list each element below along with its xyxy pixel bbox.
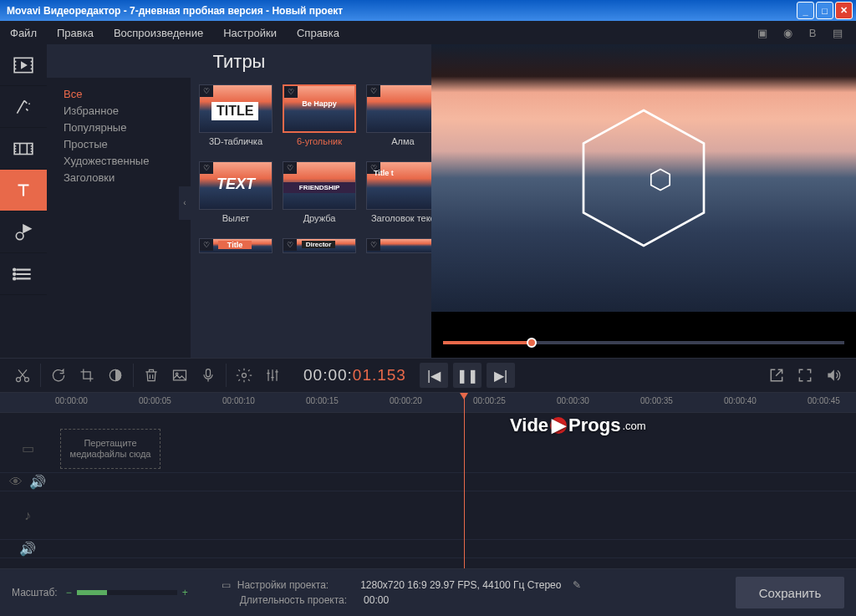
seekbar-knob[interactable] bbox=[527, 338, 537, 348]
zoom-out-icon[interactable]: − bbox=[66, 587, 72, 598]
titles-grid: ♡TITLE 3D-табличка ♡Be Happy 6-угольник … bbox=[191, 78, 431, 358]
timeline: 00:00:00 00:00:05 00:00:10 00:00:15 00:0… bbox=[0, 393, 856, 568]
tile-hexagon[interactable]: ♡Be Happy 6-угольник bbox=[283, 84, 356, 158]
crop-button[interactable] bbox=[73, 361, 101, 389]
transitions-tab[interactable] bbox=[0, 128, 47, 170]
preview-pane bbox=[431, 44, 856, 358]
vk-icon[interactable]: B bbox=[804, 24, 821, 41]
audio-track[interactable]: ♪ bbox=[0, 491, 856, 540]
heart-icon[interactable]: ♡ bbox=[200, 239, 213, 251]
collapse-handle[interactable]: ‹ bbox=[179, 186, 191, 220]
tile-3d[interactable]: ♡TITLE 3D-табличка bbox=[199, 84, 273, 158]
tile-flyout[interactable]: ♡TEXT Вылет bbox=[199, 161, 273, 235]
fullscreen-button[interactable] bbox=[791, 361, 819, 389]
tile-caption: Вылет bbox=[222, 213, 249, 235]
duration-value: 00:00 bbox=[364, 594, 389, 606]
audio-icon[interactable]: 🔊 bbox=[19, 541, 36, 557]
heart-icon[interactable]: ♡ bbox=[283, 162, 297, 174]
mic-button[interactable] bbox=[194, 361, 222, 389]
heart-icon[interactable]: ♡ bbox=[284, 86, 298, 98]
tile-r3-1[interactable]: ♡Title bbox=[199, 238, 273, 253]
seekbar[interactable] bbox=[443, 341, 844, 344]
media-tab[interactable] bbox=[0, 44, 47, 86]
edit-toolbar: 00:00:01.153 |◀ ❚❚ ▶| bbox=[0, 358, 856, 393]
prev-button[interactable]: |◀ bbox=[420, 363, 448, 388]
preview-canvas[interactable] bbox=[431, 44, 856, 312]
cat-artistic[interactable]: Художественные bbox=[64, 153, 191, 170]
titles-tab[interactable] bbox=[0, 170, 47, 211]
rotate-button[interactable] bbox=[44, 361, 73, 389]
svg-point-2 bbox=[16, 232, 23, 240]
zoom-in-icon[interactable]: + bbox=[182, 587, 188, 598]
hexagon-overlay bbox=[568, 103, 719, 253]
stickers-tab[interactable] bbox=[0, 211, 47, 253]
image-button[interactable] bbox=[166, 361, 194, 389]
playhead[interactable] bbox=[464, 393, 465, 568]
heart-icon[interactable]: ♡ bbox=[283, 239, 297, 251]
svg-rect-1 bbox=[14, 143, 33, 154]
duration-label: Длительность проекта: bbox=[240, 594, 347, 606]
svg-point-14 bbox=[242, 374, 247, 378]
save-button[interactable]: Сохранить bbox=[736, 577, 844, 608]
menu-help[interactable]: Справка bbox=[297, 27, 339, 39]
eye-icon[interactable]: 👁 bbox=[9, 475, 23, 490]
menu-play[interactable]: Воспроизведение bbox=[114, 27, 203, 39]
tile-caption: Заголовок текс bbox=[371, 213, 431, 235]
panel-title: Титры bbox=[47, 44, 431, 78]
heart-icon[interactable]: ♡ bbox=[200, 85, 213, 97]
more-tab[interactable] bbox=[0, 253, 47, 295]
timeline-ruler[interactable]: 00:00:00 00:00:05 00:00:10 00:00:15 00:0… bbox=[0, 393, 856, 413]
svg-point-5 bbox=[13, 277, 15, 279]
sliders-button[interactable] bbox=[258, 361, 287, 389]
film-icon: ▭ bbox=[22, 440, 34, 456]
cat-popular[interactable]: Популярные bbox=[64, 120, 191, 136]
svg-marker-7 bbox=[651, 169, 670, 190]
tile-caption: 3D-табличка bbox=[209, 136, 262, 158]
ok-icon[interactable]: ◉ bbox=[779, 24, 796, 41]
close-button[interactable]: ✕ bbox=[835, 2, 853, 19]
svg-marker-6 bbox=[583, 110, 704, 246]
audio-sub-track[interactable]: 🔊 bbox=[0, 540, 856, 558]
share-icon[interactable]: ▤ bbox=[829, 24, 846, 41]
audio-icon[interactable]: 🔊 bbox=[29, 474, 46, 490]
svg-rect-13 bbox=[206, 369, 211, 377]
video-track[interactable]: ▭ Перетащите медиафайлы сюда bbox=[0, 425, 856, 473]
popout-button[interactable] bbox=[762, 361, 791, 389]
filters-tab[interactable] bbox=[0, 86, 47, 128]
pause-button[interactable]: ❚❚ bbox=[453, 363, 482, 388]
tile-heading[interactable]: ♡Title t Заголовок текс bbox=[366, 161, 431, 235]
next-button[interactable]: ▶| bbox=[487, 363, 515, 388]
cat-all[interactable]: Все bbox=[64, 86, 191, 103]
color-button[interactable] bbox=[101, 361, 130, 389]
small-hexagon-icon bbox=[649, 168, 672, 191]
cat-fav[interactable]: Избранное bbox=[64, 103, 191, 120]
menu-edit[interactable]: Правка bbox=[57, 27, 94, 39]
play-icon: ▶ bbox=[550, 417, 567, 434]
cat-simple[interactable]: Простые bbox=[64, 136, 191, 153]
svg-point-3 bbox=[13, 268, 15, 270]
link-track[interactable]: 👁🔊 bbox=[0, 473, 856, 491]
heart-icon[interactable]: ♡ bbox=[200, 162, 213, 174]
delete-button[interactable] bbox=[137, 361, 166, 389]
pencil-icon[interactable]: ✎ bbox=[573, 579, 581, 591]
maximize-button[interactable]: □ bbox=[816, 2, 833, 19]
drop-zone[interactable]: Перетащите медиафайлы сюда bbox=[60, 429, 160, 469]
svg-point-4 bbox=[13, 272, 15, 274]
tile-r3-3[interactable]: ♡ bbox=[366, 238, 431, 253]
music-icon: ♪ bbox=[24, 508, 31, 523]
tile-friendship[interactable]: ♡FRIENDSHIP Дружба bbox=[283, 161, 356, 235]
tile-diamond[interactable]: ♡ Алма bbox=[366, 84, 431, 158]
gear-button[interactable] bbox=[230, 361, 258, 389]
menu-settings[interactable]: Настройки bbox=[223, 27, 277, 39]
cut-button[interactable] bbox=[8, 361, 37, 389]
tile-r3-2[interactable]: ♡Director bbox=[283, 238, 356, 253]
heart-icon[interactable]: ♡ bbox=[367, 239, 380, 251]
heart-icon[interactable]: ♡ bbox=[367, 85, 380, 97]
menu-file[interactable]: Файл bbox=[10, 27, 37, 39]
cat-headings[interactable]: Заголовки bbox=[64, 170, 191, 186]
titles-panel: Титры Все Избранное Популярные Простые Х… bbox=[47, 44, 431, 358]
volume-button[interactable] bbox=[819, 361, 848, 389]
zoom-slider[interactable] bbox=[77, 590, 177, 595]
minimize-button[interactable]: _ bbox=[797, 2, 814, 19]
youtube-icon[interactable]: ▣ bbox=[754, 24, 771, 41]
